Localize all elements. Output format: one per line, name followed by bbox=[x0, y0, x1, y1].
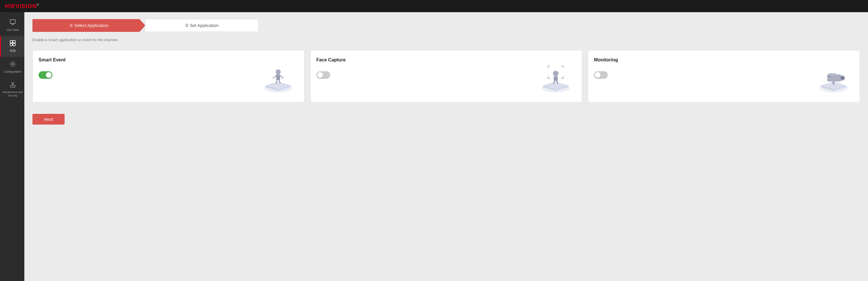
gear-icon bbox=[9, 61, 16, 69]
svg-point-18 bbox=[276, 69, 281, 75]
svg-point-39 bbox=[842, 77, 843, 79]
smart-event-toggle-thumb bbox=[46, 72, 52, 78]
face-capture-toggle-track bbox=[316, 71, 330, 79]
sidebar-item-live-view[interactable]: Live View bbox=[0, 15, 24, 36]
svg-rect-42 bbox=[829, 73, 836, 75]
sidebar-item-vca-label: VCA bbox=[9, 49, 16, 53]
svg-point-7 bbox=[12, 63, 13, 65]
smart-event-toggle[interactable] bbox=[38, 71, 53, 79]
svg-rect-29 bbox=[554, 76, 558, 81]
svg-rect-41 bbox=[833, 81, 835, 85]
sidebar-item-maintenance-security[interactable]: Maintenance and Security bbox=[0, 77, 24, 101]
sidebar-item-configuration[interactable]: Configuration bbox=[0, 57, 24, 77]
svg-rect-9 bbox=[10, 86, 15, 87]
wizard-step-2[interactable]: ② Set Application bbox=[145, 19, 259, 32]
svg-rect-40 bbox=[828, 75, 831, 77]
next-button[interactable]: Next bbox=[32, 114, 65, 125]
svg-rect-3 bbox=[10, 40, 12, 43]
svg-rect-8 bbox=[12, 83, 13, 84]
topbar: HIKVISION® bbox=[0, 0, 868, 12]
monitoring-toggle-thumb bbox=[595, 72, 600, 78]
smart-event-toggle-track bbox=[38, 71, 53, 79]
wizard-step-2-label: ② Set Application bbox=[185, 23, 218, 28]
face-capture-card: Face Capture bbox=[310, 50, 582, 102]
svg-rect-0 bbox=[10, 20, 16, 24]
svg-rect-6 bbox=[13, 43, 16, 46]
page-subtitle: Enable a smart application or event for … bbox=[32, 38, 860, 42]
content-area: ① Select Application ② Set Application E… bbox=[24, 12, 868, 281]
monitoring-illustration bbox=[810, 56, 857, 97]
monitoring-toggle[interactable] bbox=[594, 71, 608, 79]
face-capture-toggle-thumb bbox=[317, 72, 323, 78]
face-capture-toggle[interactable] bbox=[316, 71, 330, 79]
sidebar-item-maintenance-label: Maintenance and Security bbox=[1, 91, 24, 97]
svg-rect-19 bbox=[276, 74, 280, 80]
svg-line-21 bbox=[280, 75, 283, 78]
smart-event-card: Smart Event bbox=[32, 50, 305, 102]
monitoring-toggle-track bbox=[594, 71, 608, 79]
svg-point-28 bbox=[553, 71, 559, 76]
sidebar-item-vca[interactable]: VCA bbox=[0, 36, 24, 57]
wizard-step-1-label: ① Select Application bbox=[69, 23, 108, 28]
monitoring-card: Monitoring bbox=[588, 50, 860, 102]
grid-icon bbox=[9, 40, 16, 48]
sidebar-item-configuration-label: Configuration bbox=[4, 70, 21, 73]
svg-rect-4 bbox=[13, 40, 16, 43]
wizard-step-1[interactable]: ① Select Application bbox=[32, 19, 146, 32]
sidebar: Live View VCA Configuration bbox=[0, 12, 24, 281]
wizard-bar: ① Select Application ② Set Application bbox=[32, 19, 258, 32]
svg-line-20 bbox=[273, 75, 276, 78]
logo: HIKVISION® bbox=[5, 3, 39, 9]
cards-container: Smart Event bbox=[32, 50, 860, 102]
monitor-icon bbox=[9, 19, 16, 27]
wrench-icon bbox=[9, 82, 16, 90]
sidebar-item-live-view-label: Live View bbox=[6, 28, 19, 32]
svg-rect-5 bbox=[10, 43, 12, 46]
face-capture-illustration bbox=[532, 56, 579, 97]
main-layout: Live View VCA Configuration bbox=[0, 12, 868, 281]
smart-event-illustration bbox=[255, 56, 301, 97]
